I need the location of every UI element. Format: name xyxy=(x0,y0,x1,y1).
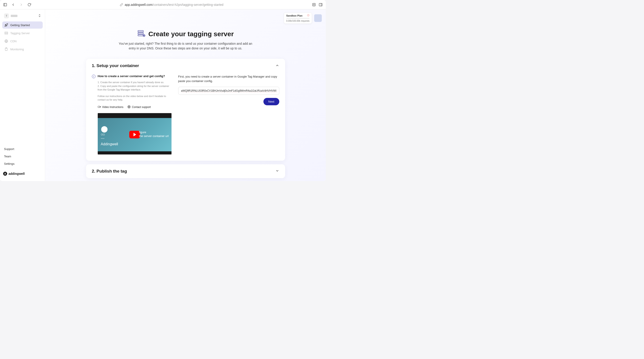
brand-text: addingwell xyxy=(8,172,24,176)
next-button[interactable]: Next xyxy=(264,98,279,105)
url-path: /containers/test-h2pn/tagging-server/get… xyxy=(152,3,224,6)
help-note: Follow our instructions on the video bel… xyxy=(98,94,172,102)
nav-cdn[interactable]: CDN xyxy=(2,38,43,45)
sidebar-toggle-icon[interactable] xyxy=(3,3,7,7)
svg-rect-0 xyxy=(4,3,7,6)
mustache-icon: 〰 xyxy=(101,137,118,141)
help-step-1: 1. Create the server container if you ha… xyxy=(98,80,172,84)
plan-requests: 0.00k/100.00k requests xyxy=(286,20,310,22)
nav-monitoring[interactable]: Monitoring xyxy=(2,46,43,53)
panel-toggle-icon[interactable] xyxy=(319,3,323,7)
lifebuoy-icon xyxy=(128,105,130,109)
url-domain: app.addingwell.com xyxy=(125,3,152,6)
sidebar: T Getting Started Tagging Serv xyxy=(0,10,45,181)
svg-line-23 xyxy=(128,106,128,106)
forward-icon[interactable] xyxy=(19,3,23,7)
info-icon: i xyxy=(92,75,96,78)
video-brand: Addingwell xyxy=(101,142,118,146)
nav-label: CDN xyxy=(10,40,16,43)
address-bar[interactable]: app.addingwell.com/containers/test-h2pn/… xyxy=(34,3,310,6)
chevron-up-icon xyxy=(275,64,279,68)
step-2-title: 2. Publish the tag xyxy=(92,169,127,174)
sidebar-team[interactable]: Team xyxy=(3,153,42,160)
svg-line-24 xyxy=(129,107,130,108)
svg-rect-5 xyxy=(5,32,8,33)
contact-support-link[interactable]: Contact support xyxy=(128,105,151,109)
hat-icon: ⬤ xyxy=(101,126,118,132)
main-content: Sandbox Plan 0.00k/100.00k requests xyxy=(45,10,326,181)
page-title: Create your tagging server xyxy=(148,30,234,38)
video-instructions-link[interactable]: Video Instructions xyxy=(98,105,124,109)
svg-rect-2 xyxy=(312,3,315,6)
server-setup-icon xyxy=(137,30,145,38)
brand-icon: A xyxy=(3,172,7,176)
step-1-header[interactable]: 1. Setup your container xyxy=(86,59,285,73)
video-overlay-line-1: figure xyxy=(139,130,168,134)
svg-line-25 xyxy=(129,106,130,106)
video-overlay-line-2: the server container url xyxy=(139,134,168,138)
container-config-input[interactable] xyxy=(178,87,279,95)
nav-label: Getting Started xyxy=(10,24,30,27)
browser-toolbar: app.addingwell.com/containers/test-h2pn/… xyxy=(0,0,326,10)
globe-icon xyxy=(4,39,8,43)
svg-line-26 xyxy=(128,107,128,108)
sidebar-support[interactable]: Support xyxy=(3,146,42,152)
svg-rect-6 xyxy=(5,33,8,34)
config-instructions: First, you need to create a server conta… xyxy=(178,74,279,83)
nav-tagging-server[interactable]: Tagging Server xyxy=(2,30,43,37)
chevron-updown-icon[interactable] xyxy=(38,14,41,18)
clipboard-icon xyxy=(4,48,8,51)
user-avatar[interactable] xyxy=(314,14,322,22)
step-2-header[interactable]: 2. Publish the tag xyxy=(86,164,285,178)
step-2-card: 2. Publish the tag xyxy=(86,164,285,178)
help-title: How to create a server container and get… xyxy=(98,74,165,78)
video-icon xyxy=(98,105,101,109)
video-channel-icon: A xyxy=(100,114,104,118)
plan-progress-bar xyxy=(286,18,310,19)
chevron-down-icon xyxy=(275,169,279,174)
play-button[interactable] xyxy=(129,131,140,138)
workspace-avatar: T xyxy=(4,14,9,18)
step-1-card: 1. Setup your container i How to create … xyxy=(86,59,285,161)
page-subtitle: You've just started, right? The first th… xyxy=(116,41,255,51)
sidebar-settings[interactable]: Settings xyxy=(3,161,42,167)
extensions-icon[interactable] xyxy=(312,3,316,7)
glasses-icon: ○○ xyxy=(101,132,118,137)
help-step-2: 2. Copy and paste the configuration stri… xyxy=(98,84,172,92)
video-thumbnail[interactable]: A Configure the server container url for… xyxy=(98,113,172,154)
svg-rect-13 xyxy=(138,30,143,32)
svg-point-22 xyxy=(128,106,130,107)
rocket-icon xyxy=(4,23,8,27)
brand-logo: A addingwell xyxy=(3,168,42,176)
play-icon xyxy=(134,133,136,136)
video-title: Configure the server container url for .… xyxy=(105,114,148,117)
reload-icon[interactable] xyxy=(27,3,31,7)
nav-label: Tagging Server xyxy=(10,32,30,35)
workspace-name-redacted xyxy=(11,15,18,17)
plan-indicator[interactable]: Sandbox Plan 0.00k/100.00k requests xyxy=(284,12,312,24)
step-1-title: 1. Setup your container xyxy=(92,63,139,68)
back-icon[interactable] xyxy=(11,3,15,7)
nav-getting-started[interactable]: Getting Started xyxy=(2,22,43,28)
nav-label: Monitoring xyxy=(10,48,24,51)
svg-rect-14 xyxy=(138,33,143,34)
svg-rect-3 xyxy=(319,3,322,6)
workspace-switcher[interactable]: T xyxy=(2,12,43,22)
plan-name: Sandbox Plan xyxy=(286,14,302,17)
server-icon xyxy=(4,31,8,35)
plan-upgrade-icon[interactable] xyxy=(307,14,310,17)
svg-rect-15 xyxy=(138,35,143,36)
